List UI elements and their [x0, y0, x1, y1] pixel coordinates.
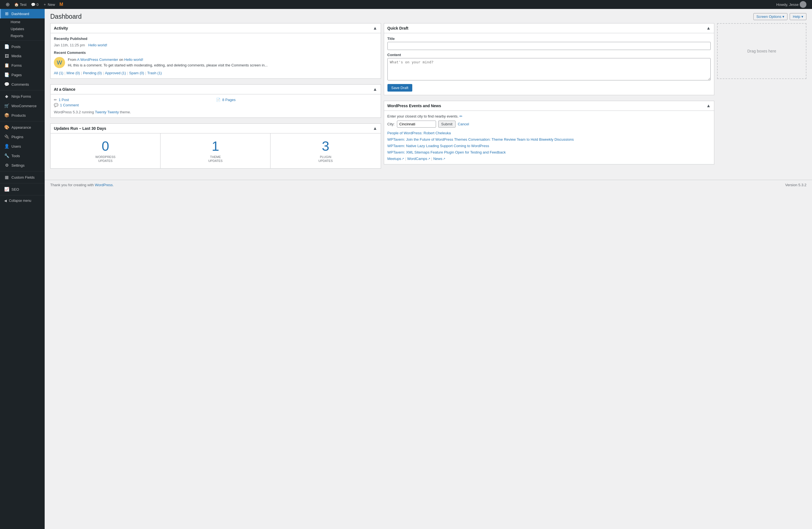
admin-bar-howdy[interactable]: Howdy, Jesse — [774, 1, 809, 8]
wp-events-collapse-icon: ▲ — [706, 103, 711, 108]
help-label: Help — [793, 15, 800, 19]
sidebar-item-updates[interactable]: Updates — [0, 25, 45, 32]
sidebar-item-forms[interactable]: 📋 Forms — [0, 60, 45, 70]
meetups-external-icon: ↗ — [402, 157, 404, 160]
sidebar-item-home[interactable]: Home — [0, 18, 45, 25]
admin-bar-site[interactable]: 🏠 Test — [12, 0, 29, 9]
events-cancel-button[interactable]: Cancel — [458, 122, 469, 126]
quick-draft-header[interactable]: Quick Draft ▲ — [384, 24, 714, 33]
event-link-3[interactable]: WPTavern: Native Lazy Loading Support Co… — [388, 144, 711, 148]
updates-widget-header[interactable]: Updates Run – Last 30 Days ▲ — [50, 124, 381, 133]
draft-title-input[interactable] — [388, 42, 711, 50]
sidebar-pages-label: Pages — [12, 73, 22, 77]
footer-thank-you: Thank you for creating with WordPress. — [50, 183, 114, 187]
sidebar-item-posts[interactable]: 📄 Posts — [0, 42, 45, 52]
pending-comments-link[interactable]: Pending (0) — [83, 71, 102, 75]
products-icon: 📦 — [4, 113, 9, 118]
glance-posts-link[interactable]: 1 Post — [59, 98, 69, 102]
city-input[interactable] — [397, 120, 436, 128]
sidebar-item-pages[interactable]: 📑 Pages — [0, 70, 45, 80]
sidebar-item-custom-fields[interactable]: ▦ Custom Fields — [0, 172, 45, 182]
all-comments-link[interactable]: All (1) — [54, 71, 63, 75]
sidebar-item-settings[interactable]: ⚙ Settings — [0, 160, 45, 170]
sidebar-sep-2 — [0, 90, 45, 90]
sidebar-item-plugins[interactable]: 🔌 Plugins — [0, 132, 45, 142]
activity-widget-body: Recently Published Jan 11th, 11:25 pm He… — [50, 33, 381, 78]
recent-comments-label: Recent Comments — [54, 51, 377, 55]
event-link-1[interactable]: People of WordPress: Robert Cheleuka — [388, 131, 711, 135]
glance-wp-info: WordPress 5.3.2 running Twenty Twenty th… — [54, 110, 377, 114]
sidebar-media-label: Media — [12, 54, 21, 58]
screen-options-button[interactable]: Screen Options ▾ — [753, 13, 788, 20]
admin-bar-comments[interactable]: 💬 0 — [29, 0, 41, 9]
maropost-icon: M — [59, 2, 63, 7]
glance-theme-link[interactable]: Twenty Twenty — [95, 110, 119, 114]
sidebar-menu: ⊞ Dashboard Home Updates Reports 📄 Posts… — [0, 9, 45, 205]
trash-comments-link[interactable]: Trash (1) — [147, 71, 162, 75]
sidebar-item-seo[interactable]: 📈 SEO — [0, 185, 45, 194]
plugins-icon: 🔌 — [4, 134, 9, 139]
event-link-2[interactable]: WPTavern: Join the Future of WordPress T… — [388, 137, 711, 142]
sidebar-item-dashboard[interactable]: ⊞ Dashboard — [0, 9, 45, 18]
posts-icon: 📄 — [4, 44, 9, 49]
sidebar-item-users[interactable]: 👤 Users — [0, 142, 45, 151]
published-date: Jan 11th, 11:25 pm — [54, 43, 85, 47]
wp-logo-icon: ⊕ — [5, 1, 10, 8]
glance-pages-link[interactable]: 8 Pages — [222, 98, 236, 102]
drag-boxes-area: Drag boxes here — [717, 23, 807, 79]
glance-comments-link[interactable]: 1 Comment — [60, 103, 79, 107]
woo-icon: 🛒 — [4, 103, 9, 108]
activity-widget-header[interactable]: Activity ▲ — [50, 24, 381, 33]
at-a-glance-header[interactable]: At a Glance ▲ — [50, 85, 381, 94]
dashboard-icon: ⊞ — [4, 11, 9, 16]
updates-widget-title: Updates Run – Last 30 Days — [54, 126, 106, 131]
admin-bar-maropost[interactable]: M — [57, 0, 65, 9]
footer-wp-link[interactable]: WordPress — [95, 183, 113, 187]
mine-comments-link[interactable]: Mine (0) — [67, 71, 80, 75]
content-label: Content — [388, 53, 711, 57]
meetups-link[interactable]: Meetups ↗ — [388, 157, 404, 161]
sidebar-item-woocommerce[interactable]: 🛒 WooCommerce — [0, 101, 45, 111]
events-links-row: Meetups ↗ | WordCamps ↗ | News — [388, 157, 711, 161]
header-actions: Screen Options ▾ Help ▾ — [753, 13, 807, 20]
custom-fields-icon: ▦ — [4, 175, 9, 180]
wp-events-body: Enter your closest city to find nearby e… — [384, 111, 714, 164]
admin-bar-wp-logo[interactable]: ⊕ — [3, 0, 12, 9]
events-submit-button[interactable]: Submit — [438, 120, 455, 128]
sidebar-plugins-label: Plugins — [12, 135, 24, 139]
sidebar-item-media[interactable]: 🖼 Media — [0, 52, 45, 60]
quick-draft-collapse-icon: ▲ — [706, 26, 711, 31]
sidebar-item-products[interactable]: 📦 Products — [0, 111, 45, 120]
draft-content-textarea[interactable] — [388, 58, 711, 81]
column-far: Drag boxes here — [717, 23, 807, 85]
glance-pages-item: 📄 8 Pages — [216, 98, 377, 102]
users-icon: 👤 — [4, 144, 9, 149]
wordcamps-link[interactable]: WordCamps ↗ — [407, 157, 430, 161]
news-link[interactable]: News ↗ — [433, 157, 445, 161]
admin-bar: ⊕ 🏠 Test 💬 0 ＋ New M Howdy, Jesse — [0, 0, 812, 9]
updates-grid: 0 WORDPRESSUPDATES 1 THEMEUPDATES 3 PLUG… — [50, 133, 381, 168]
sidebar-item-tools[interactable]: 🔧 Tools — [0, 151, 45, 160]
spam-comments-link[interactable]: Spam (0) — [129, 71, 144, 75]
commenter-name-link[interactable]: A WordPress Commenter — [77, 57, 118, 62]
admin-bar-new[interactable]: ＋ New — [41, 0, 57, 9]
sidebar-item-comments[interactable]: 💬 Comments — [0, 80, 45, 89]
pages-icon: 📑 — [4, 72, 9, 77]
comment-post-link[interactable]: Hello world! — [124, 57, 143, 62]
help-chevron-icon: ▾ — [801, 15, 803, 19]
wp-events-widget: WordPress Events and News ▲ Enter your c… — [384, 101, 714, 165]
sidebar-collapse[interactable]: ◀ Collapse menu — [0, 197, 45, 205]
approved-comments-link[interactable]: Approved (1) — [105, 71, 126, 75]
sidebar-item-appearance[interactable]: 🎨 Appearance — [0, 123, 45, 132]
help-button[interactable]: Help ▾ — [790, 13, 807, 20]
sidebar-item-ninja-forms[interactable]: ◆ Ninja Forms — [0, 91, 45, 101]
published-post-link[interactable]: Hello world! — [88, 43, 107, 47]
sidebar-item-reports[interactable]: Reports — [0, 32, 45, 39]
event-link-4[interactable]: WPTavern: XML Sitemaps Feature Plugin Op… — [388, 150, 711, 154]
edit-city-icon[interactable]: ✏ — [460, 114, 463, 118]
media-icon: 🖼 — [4, 54, 9, 58]
drag-boxes-label: Drag boxes here — [747, 49, 776, 53]
save-draft-button[interactable]: Save Draft — [388, 84, 412, 91]
wp-updates-number: 0 — [102, 139, 109, 154]
wp-events-header[interactable]: WordPress Events and News ▲ — [384, 101, 714, 111]
